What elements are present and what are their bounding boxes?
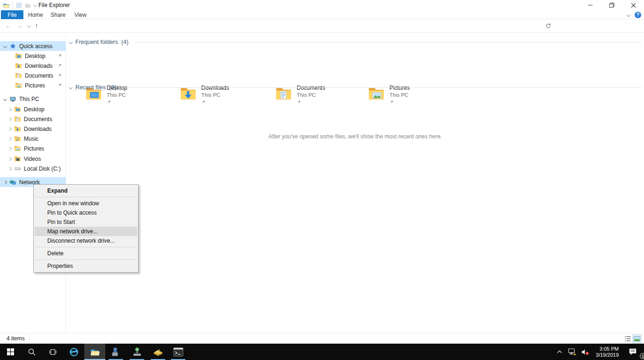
close-button[interactable] [622,0,644,10]
details-view-button[interactable] [623,335,632,343]
sidebar-item-downloads-pinned[interactable]: Downloads [0,61,66,71]
group-title: Recent files [75,84,106,91]
sidebar-item-desktop[interactable]: Desktop [0,104,66,114]
sidebar-item-this-pc[interactable]: This PC [0,94,66,104]
menu-separator [36,197,136,197]
pin-icon [58,83,62,87]
sidebar-item-videos[interactable]: Videos [0,154,66,164]
menu-item-open-in-new-window[interactable]: Open in new window [35,199,137,208]
tab-share[interactable]: Share [47,10,69,19]
pin-icon [58,53,62,58]
taskbar-search-button[interactable] [21,344,42,360]
local-disk-icon [14,165,21,172]
back-button[interactable]: ← [4,21,13,30]
collapse-group-chevron-icon[interactable] [69,40,73,44]
qat-new-folder-icon[interactable] [25,2,31,8]
chevron-collapsed-icon[interactable] [8,166,12,170]
chevron-collapsed-icon[interactable] [8,127,12,130]
recent-files-empty-message: After you've opened some files, we'll sh… [66,133,644,140]
taskbar: 3:05 PM 3/19/2019 1 [0,344,644,360]
sidebar-item-quick-access[interactable]: Quick access [0,41,66,51]
title-bar: File Explorer [0,0,644,10]
expand-ribbon-chevron-icon[interactable] [627,13,630,16]
desktop-folder-icon [14,106,21,113]
task-view-button[interactable] [42,344,63,360]
pictures-folder-icon [15,82,22,89]
menu-item-disconnect-network-drive[interactable]: Disconnect network drive... [35,236,137,245]
chevron-collapsed-icon[interactable] [8,117,12,121]
menu-item-delete[interactable]: Delete [35,249,137,258]
admin-tool-taskbar-icon[interactable] [126,344,147,360]
chevron-collapsed-icon[interactable] [8,146,12,150]
server-manager-taskbar-icon[interactable] [105,344,126,360]
menu-item-pin-to-start[interactable]: Pin to Start [35,217,137,227]
refresh-button[interactable] [543,21,553,30]
forward-button[interactable]: → [15,21,24,30]
sidebar-item-music[interactable]: Music [0,134,66,144]
sidebar-item-local-disk-c[interactable]: Local Disk (C:) [0,164,66,173]
pictures-folder-icon [14,145,21,152]
pin-icon [297,100,301,104]
tab-file[interactable]: File [1,10,23,19]
file-explorer-taskbar-icon[interactable] [84,344,105,360]
sidebar-item-documents[interactable]: Documents [0,114,66,124]
menu-item-expand[interactable]: Expand [35,186,137,195]
pin-icon [389,100,394,104]
music-folder-icon [14,135,21,142]
collapse-group-chevron-icon[interactable] [69,86,73,89]
clock-time: 3:05 PM [594,346,619,352]
sidebar-item-pictures[interactable]: Pictures [0,144,66,153]
divider [135,42,642,43]
group-count: (0) [109,84,116,91]
frequent-folders-header[interactable]: Frequent folders (4) [69,38,642,46]
documents-folder-icon [14,115,21,122]
pin-icon [58,73,62,78]
software-box-taskbar-icon[interactable] [147,344,168,360]
internet-explorer-taskbar-icon[interactable] [63,344,84,360]
sidebar-item-pictures-pinned[interactable]: Pictures [0,80,66,90]
volume-muted-icon[interactable] [578,344,592,360]
sidebar-item-downloads[interactable]: Downloads [0,124,66,134]
clock-date: 3/19/2019 [594,352,619,358]
file-explorer-logo-icon [3,2,10,9]
qat-properties-icon[interactable] [16,2,22,8]
command-prompt-taskbar-icon[interactable] [168,344,189,360]
menu-item-pin-to-quick-access[interactable]: Pin to Quick access [35,208,137,217]
downloads-folder-icon [14,125,21,132]
network-icon [9,179,16,186]
taskbar-clock[interactable]: 3:05 PM 3/19/2019 [594,346,619,358]
tray-expand-chevron-icon[interactable] [553,344,565,360]
desktop-folder-icon [15,52,22,59]
up-button[interactable]: ↑ [32,21,41,30]
pin-icon [201,100,206,104]
tab-home[interactable]: Home [24,10,47,19]
recent-files-header[interactable]: Recent files (0) [69,84,642,91]
tab-view[interactable]: View [69,10,92,19]
file-explorer-window: File Explorer File Home Share View ? ← →… [0,0,644,344]
start-button[interactable] [0,344,21,360]
chevron-expanded-icon[interactable] [3,44,7,48]
minimize-button[interactable] [579,0,601,10]
chevron-collapsed-icon[interactable] [8,157,12,160]
documents-folder-icon [15,72,22,79]
sidebar-item-desktop-pinned[interactable]: Desktop [0,51,66,61]
menu-separator [36,247,136,247]
action-center-icon[interactable]: 1 [622,344,644,360]
chevron-collapsed-icon[interactable] [8,137,12,140]
menu-item-properties[interactable]: Properties [35,261,137,271]
divider [124,87,642,88]
help-button[interactable]: ? [635,12,641,18]
items-count-label: 4 items [7,335,25,342]
content-pane: Frequent folders (4) Desktop This PC Dow… [66,33,644,333]
chevron-collapsed-icon[interactable] [8,107,12,111]
qat-customize-chevron-icon[interactable] [33,3,37,7]
restore-button[interactable] [601,0,622,10]
network-status-icon[interactable] [565,344,578,360]
chevron-expanded-icon[interactable] [3,97,7,101]
navigation-pane: Quick access Desktop Downloads Documents… [0,33,66,333]
large-icons-view-button[interactable] [633,335,641,343]
divider [13,2,13,8]
menu-item-map-network-drive[interactable]: Map network drive... [35,227,137,236]
chevron-collapsed-icon[interactable] [3,180,7,184]
sidebar-item-documents-pinned[interactable]: Documents [0,71,66,80]
